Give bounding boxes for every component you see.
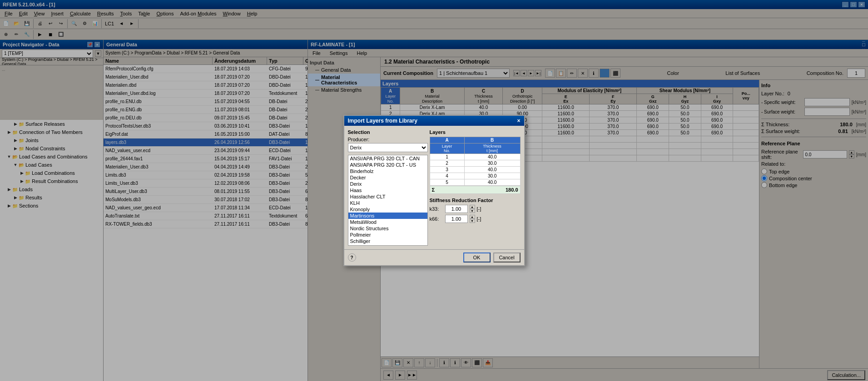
dlg-col-layer-no: LayerNo. <box>430 143 464 154</box>
dialog-selection: Selection Producer: ANSI/APA PRG 320 CLT… <box>348 129 428 246</box>
k33-label: k33: <box>430 206 443 212</box>
producer-list-item[interactable]: MetsäWood <box>348 219 427 225</box>
producer-list-item[interactable]: Nordic Structures <box>348 225 427 232</box>
dialog-layers-label: Layers <box>430 129 521 135</box>
dlg-layer-thickness: 30.0 <box>464 173 520 179</box>
k66-unit: [-] <box>477 216 481 222</box>
dialog-layers-section: Layers A B LayerNo. Thicknesst [mm] <box>430 129 521 246</box>
producer-select[interactable]: ANSI/APA PRG 320 CLT - CANANSI/APA PRG 3… <box>348 143 428 152</box>
sigma-label: Σ <box>432 187 435 193</box>
dialog-sigma-row: Σ 180.0 <box>430 186 521 194</box>
dialog-layer-row[interactable]: 1 40.0 <box>430 154 520 160</box>
dlg-layer-no: 1 <box>430 154 464 160</box>
selection-label: Selection <box>348 129 428 135</box>
dlg-col-b: B <box>464 137 520 143</box>
dlg-col-thickness: Thicknesst [mm] <box>464 143 520 154</box>
dialog-layer-row[interactable]: 5 40.0 <box>430 179 520 186</box>
k33-down[interactable]: ▼ <box>470 209 475 213</box>
sigma-value: 180.0 <box>506 187 518 193</box>
dlg-layer-no: 3 <box>430 167 464 173</box>
producer-list-item[interactable]: KLH <box>348 200 427 206</box>
producer-label: Producer: <box>348 137 428 142</box>
producer-list-item[interactable]: Martinsons <box>348 213 427 219</box>
dlg-layer-thickness: 40.0 <box>464 167 520 173</box>
producer-listbox[interactable]: ANSI/APA PRG 320 CLT - CANANSI/APA PRG 3… <box>348 155 428 246</box>
dialog-cancel-btn[interactable]: Cancel <box>493 252 521 262</box>
k66-spinner[interactable]: ▲ ▼ <box>470 215 475 223</box>
k66-input[interactable] <box>445 215 468 223</box>
producer-list-item[interactable]: Decker <box>348 174 427 181</box>
k66-up[interactable]: ▲ <box>470 215 475 219</box>
k33-up[interactable]: ▲ <box>470 205 475 209</box>
dlg-layer-thickness: 40.0 <box>464 179 520 186</box>
k33-unit: [-] <box>477 206 481 212</box>
k33-spinner[interactable]: ▲ ▼ <box>470 205 475 213</box>
dlg-layer-no: 4 <box>430 173 464 179</box>
dlg-layer-no: 5 <box>430 179 464 186</box>
dialog-content: Selection Producer: ANSI/APA PRG 320 CLT… <box>344 126 524 249</box>
producer-list-item[interactable]: Binderholz <box>348 168 427 174</box>
dlg-layer-thickness: 40.0 <box>464 154 520 160</box>
producer-list-item[interactable]: Kronoply <box>348 206 427 213</box>
stiffness-section: Stiffness Reduction Factor k33: ▲ ▼ [-] … <box>430 198 521 223</box>
dialog-layer-row[interactable]: 2 30.0 <box>430 160 520 167</box>
dialog-layer-row[interactable]: 4 30.0 <box>430 173 520 179</box>
dialog-overlay: Import Layers from Library × Selection P… <box>0 0 868 381</box>
producer-list-item[interactable]: Derix <box>348 181 427 187</box>
producer-list-item[interactable]: ANSI/APA PRG 320 CLT - US <box>348 162 427 168</box>
stiffness-label: Stiffness Reduction Factor <box>430 198 521 203</box>
dialog-footer: ? OK Cancel <box>344 249 524 265</box>
k66-row: k66: ▲ ▼ [-] <box>430 215 521 223</box>
dialog-title-text: Import Layers from Library <box>348 118 417 124</box>
producer-list-item[interactable]: Pollmeier <box>348 232 427 238</box>
producer-list-item[interactable]: Haas <box>348 187 427 193</box>
dialog-title-bar: Import Layers from Library × <box>344 116 524 126</box>
dialog-ok-btn[interactable]: OK <box>463 252 491 262</box>
dlg-layer-thickness: 30.0 <box>464 160 520 167</box>
dlg-col-a: A <box>430 137 464 143</box>
import-dialog: Import Layers from Library × Selection P… <box>343 115 525 266</box>
producer-list-item[interactable]: Schilliger <box>348 238 427 244</box>
producer-list-item[interactable]: ANSI/APA PRG 320 CLT - CAN <box>348 155 427 162</box>
k66-label: k66: <box>430 216 443 222</box>
dialog-help-icon[interactable]: ? <box>348 253 356 262</box>
dlg-layer-no: 2 <box>430 160 464 167</box>
k33-input[interactable] <box>445 205 468 213</box>
k66-down[interactable]: ▼ <box>470 219 475 223</box>
producer-list-item[interactable]: Smartlam <box>348 244 427 246</box>
dialog-layer-row[interactable]: 3 40.0 <box>430 167 520 173</box>
producer-list-item[interactable]: Hasslacher CLT <box>348 193 427 200</box>
k33-row: k33: ▲ ▼ [-] <box>430 205 521 213</box>
dialog-close-btn[interactable]: × <box>517 118 520 124</box>
dialog-layers-table: A B LayerNo. Thicknesst [mm] 1 40.0 2 <box>430 137 521 186</box>
